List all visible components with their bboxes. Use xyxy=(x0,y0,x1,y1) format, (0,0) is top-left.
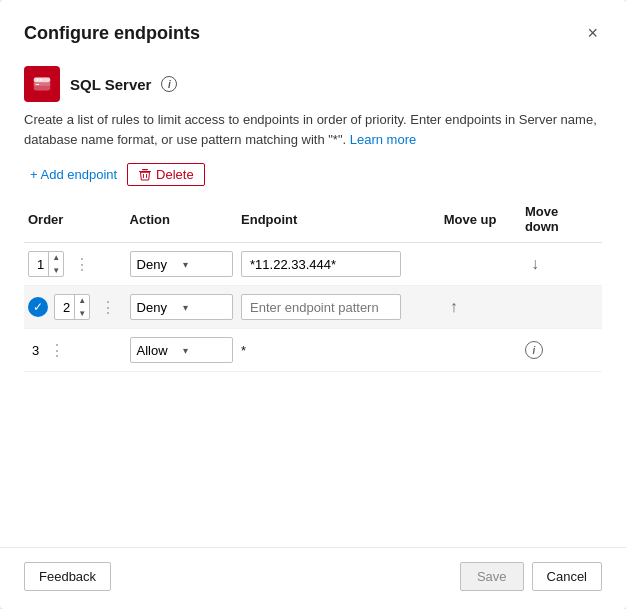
footer-right: Save Cancel xyxy=(460,562,602,591)
row2-order-cell: ✓ 2 ▲ ▼ ⋮ xyxy=(24,286,126,329)
row3-action-chevron: ▾ xyxy=(183,345,226,356)
row1-movedown-button[interactable]: ↓ xyxy=(525,253,545,275)
svg-point-3 xyxy=(40,79,42,81)
row1-action-select[interactable]: Deny ▾ xyxy=(130,251,234,277)
row3-endpoint-text: * xyxy=(241,343,246,358)
row3-info-icon[interactable]: i xyxy=(525,341,543,359)
col-movedown-header: Move down xyxy=(521,196,602,243)
row1-order-val: 1 xyxy=(29,257,48,272)
trash-icon xyxy=(138,168,152,182)
footer-left: Feedback xyxy=(24,562,111,591)
endpoints-table: Order Action Endpoint Move up Move down … xyxy=(24,196,602,372)
row3-moveup-cell xyxy=(440,329,521,372)
sql-server-icon xyxy=(24,66,60,102)
row2-movedown-cell xyxy=(521,286,602,329)
svg-rect-5 xyxy=(36,84,40,85)
dialog-header: Configure endpoints × xyxy=(0,0,626,58)
row2-order-down-btn[interactable]: ▼ xyxy=(75,307,89,320)
row2-check-circle: ✓ xyxy=(28,297,48,317)
delete-button[interactable]: Delete xyxy=(127,163,205,186)
row1-order-arrows: ▲ ▼ xyxy=(48,251,63,277)
service-info-icon[interactable]: i xyxy=(161,76,177,92)
description-text: Create a list of rules to limit access t… xyxy=(0,110,626,163)
row2-order-arrows: ▲ ▼ xyxy=(74,294,89,320)
row2-endpoint-input[interactable] xyxy=(241,294,401,320)
table-row: ✓ 2 ▲ ▼ ⋮ xyxy=(24,286,602,329)
row1-order-control[interactable]: 1 ▲ ▼ xyxy=(28,251,64,277)
row2-drag-handle[interactable]: ⋮ xyxy=(96,298,120,317)
endpoints-table-container: Order Action Endpoint Move up Move down … xyxy=(0,196,626,547)
service-row: SQL Server i xyxy=(0,58,626,110)
learn-more-link[interactable]: Learn more xyxy=(350,132,416,147)
feedback-button[interactable]: Feedback xyxy=(24,562,111,591)
svg-rect-1 xyxy=(34,78,51,83)
row1-moveup-cell xyxy=(440,243,521,286)
row3-order-val: 3 xyxy=(28,343,39,358)
row3-movedown-cell: i xyxy=(521,329,602,372)
row1-movedown-cell: ↓ xyxy=(521,243,602,286)
svg-rect-6 xyxy=(34,86,51,91)
description-before: Create a list of rules to limit access t… xyxy=(24,112,597,147)
svg-point-2 xyxy=(37,79,39,81)
row2-action-val: Deny xyxy=(137,300,180,315)
row3-drag-handle[interactable]: ⋮ xyxy=(45,341,69,360)
row2-moveup-cell: ↑ xyxy=(440,286,521,329)
row2-action-select[interactable]: Deny ▾ xyxy=(130,294,234,320)
row1-endpoint-input[interactable] xyxy=(241,251,401,277)
row2-order-control[interactable]: 2 ▲ ▼ xyxy=(54,294,90,320)
row3-order-cell: 3 ⋮ xyxy=(24,329,126,372)
save-button[interactable]: Save xyxy=(460,562,524,591)
row1-action-chevron: ▾ xyxy=(183,259,226,270)
row3-action-select[interactable]: Allow ▾ xyxy=(130,337,234,363)
row1-action-val: Deny xyxy=(137,257,180,272)
table-row: 1 ▲ ▼ ⋮ Deny ▾ xyxy=(24,243,602,286)
row1-order-down-btn[interactable]: ▼ xyxy=(49,264,63,277)
row2-endpoint-cell xyxy=(237,286,440,329)
svg-rect-8 xyxy=(142,169,148,170)
row2-moveup-button[interactable]: ↑ xyxy=(444,296,464,318)
row2-order-val: 2 xyxy=(55,300,74,315)
close-button[interactable]: × xyxy=(583,20,602,46)
col-endpoint-header: Endpoint xyxy=(237,196,440,243)
row2-order-up-btn[interactable]: ▲ xyxy=(75,294,89,307)
cancel-button[interactable]: Cancel xyxy=(532,562,602,591)
row3-action-val: Allow xyxy=(137,343,180,358)
row1-order-up-btn[interactable]: ▲ xyxy=(49,251,63,264)
configure-endpoints-dialog: Configure endpoints × SQL Server i Creat… xyxy=(0,0,626,609)
col-action-header: Action xyxy=(126,196,238,243)
row1-endpoint-cell xyxy=(237,243,440,286)
service-name: SQL Server xyxy=(70,76,151,93)
col-moveup-header: Move up xyxy=(440,196,521,243)
row2-action-cell: Deny ▾ xyxy=(126,286,238,329)
table-row: 3 ⋮ Allow ▾ * xyxy=(24,329,602,372)
row2-action-chevron: ▾ xyxy=(183,302,226,313)
row1-order-cell: 1 ▲ ▼ ⋮ xyxy=(24,243,126,286)
dialog-title: Configure endpoints xyxy=(24,23,200,44)
table-header-row: Order Action Endpoint Move up Move down xyxy=(24,196,602,243)
dialog-footer: Feedback Save Cancel xyxy=(0,547,626,609)
row3-action-cell: Allow ▾ xyxy=(126,329,238,372)
add-endpoint-button[interactable]: + Add endpoint xyxy=(24,163,123,186)
toolbar: + Add endpoint Delete xyxy=(0,163,626,196)
col-order-header: Order xyxy=(24,196,126,243)
row3-endpoint-cell: * xyxy=(237,329,440,372)
row1-drag-handle[interactable]: ⋮ xyxy=(70,255,94,274)
row1-action-cell: Deny ▾ xyxy=(126,243,238,286)
